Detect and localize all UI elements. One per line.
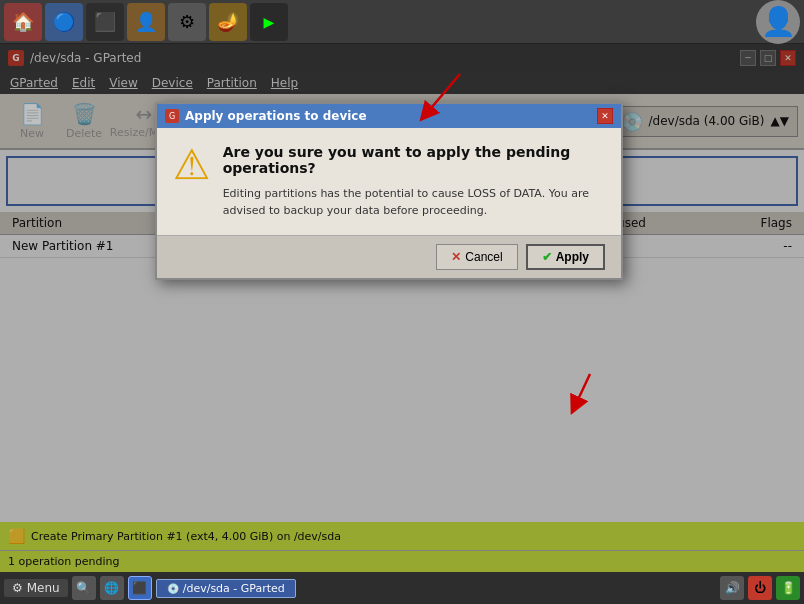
modal-apply-button[interactable]: ✔ Apply [526, 244, 605, 270]
top-taskbar: 🏠 🔵 ⬛ 👤 ⚙️ 🪔 ▶ 👤 [0, 0, 804, 44]
cancel-icon: ✕ [451, 250, 461, 264]
modal-heading: Are you sure you want to apply the pendi… [223, 144, 605, 176]
bottom-taskbar: ⚙ Menu 🔍 🌐 ⬛ 💿 /dev/sda - GParted 🔊 ⏻ 🔋 [0, 572, 804, 604]
app-window-button[interactable]: 💿 /dev/sda - GParted [156, 579, 296, 598]
modal-footer: ✕ Cancel ✔ Apply [157, 235, 621, 278]
modal-title-text: Apply operations to device [185, 109, 367, 123]
warning-icon: ⚠ [173, 144, 211, 186]
taskbar-icon-help[interactable]: 🔵 [45, 3, 83, 41]
bt-icon-search[interactable]: 🔍 [72, 576, 96, 600]
avatar: 👤 [756, 0, 800, 44]
modal-body: ⚠ Are you sure you want to apply the pen… [157, 128, 621, 235]
menu-icon: ⚙ [12, 581, 23, 595]
app-icon: 💿 [167, 583, 179, 594]
bt-icon-terminal[interactable]: ⬛ [128, 576, 152, 600]
menu-button[interactable]: ⚙ Menu [4, 579, 68, 597]
modal-description: Editing partitions has the potential to … [223, 186, 605, 219]
bt-icon-audio[interactable]: 🔊 [720, 576, 744, 600]
bt-icon-battery[interactable]: 🔋 [776, 576, 800, 600]
taskbar-icon-user[interactable]: 👤 [127, 3, 165, 41]
modal-title-icon: G [165, 109, 179, 123]
cancel-button[interactable]: ✕ Cancel [436, 244, 517, 270]
apply-check-icon: ✔ [542, 250, 552, 264]
modal-close-button[interactable]: ✕ [597, 108, 613, 124]
taskbar-icon-home[interactable]: 🏠 [4, 3, 42, 41]
modal-title-bar: G Apply operations to device ✕ [157, 104, 621, 128]
taskbar-icon-settings[interactable]: ⚙️ [168, 3, 206, 41]
bt-icon-network[interactable]: 🌐 [100, 576, 124, 600]
modal-dialog: G Apply operations to device ✕ ⚠ Are you… [155, 102, 623, 280]
modal-overlay: G Apply operations to device ✕ ⚠ Are you… [0, 44, 804, 572]
bt-icon-power[interactable]: ⏻ [748, 576, 772, 600]
taskbar-icon-camera[interactable]: ⬛ [86, 3, 124, 41]
taskbar-icon-lamp[interactable]: 🪔 [209, 3, 247, 41]
taskbar-icon-terminal[interactable]: ▶ [250, 3, 288, 41]
